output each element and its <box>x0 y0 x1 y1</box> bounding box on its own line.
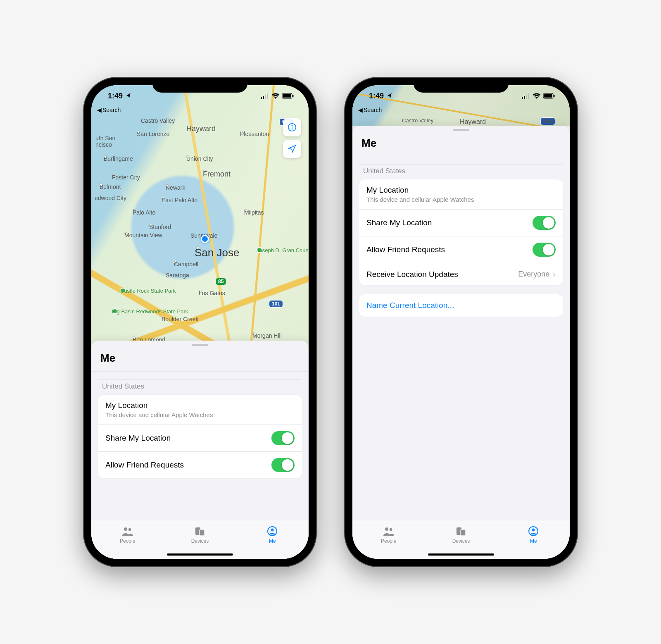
battery-icon <box>543 93 555 99</box>
tab-label: Me <box>269 538 276 544</box>
tab-label: People <box>381 538 396 544</box>
row-title: Share My Location <box>366 218 432 227</box>
phone-frame-right: Castro Valley Hayward 580 1:49 <box>345 78 577 566</box>
svg-rect-21 <box>544 94 552 98</box>
screen-right: Castro Valley Hayward 580 1:49 <box>352 85 570 559</box>
svg-rect-16 <box>522 97 523 99</box>
svg-point-23 <box>385 527 388 531</box>
sheet-title: Me <box>91 348 309 372</box>
svg-rect-22 <box>554 95 555 97</box>
row-title: My Location <box>105 401 213 410</box>
row-title: Allow Friend Requests <box>366 245 445 254</box>
svg-rect-26 <box>461 530 466 536</box>
chevron-right-icon: › <box>553 270 556 279</box>
map-controls <box>283 118 301 158</box>
svg-rect-19 <box>528 93 529 99</box>
map-city-label: Hayward <box>186 124 216 133</box>
friend-requests-toggle[interactable] <box>533 243 556 257</box>
notch <box>414 78 509 93</box>
row-title: Name Current Location... <box>366 301 454 310</box>
breadcrumb-back[interactable]: ◀ Search <box>352 107 570 116</box>
devices-icon <box>195 525 205 537</box>
map-city-label: Castro Valley <box>141 117 175 124</box>
me-icon <box>267 525 277 537</box>
chevron-left-icon: ◀ <box>358 107 363 113</box>
row-title: Receive Location Updates <box>366 270 458 279</box>
screen-left: Castro Valley Hayward San Lorenzo Pleasa… <box>91 85 309 559</box>
status-time: 1:49 <box>369 92 384 100</box>
friend-requests-toggle[interactable] <box>271 458 295 472</box>
svg-point-15 <box>271 529 274 532</box>
share-location-toggle[interactable] <box>271 431 295 445</box>
wifi-icon <box>271 93 280 99</box>
svg-rect-17 <box>524 96 525 99</box>
tab-label: Devices <box>452 538 470 544</box>
tab-people[interactable]: People <box>352 521 425 559</box>
row-name-location[interactable]: Name Current Location... <box>359 294 563 317</box>
action-card: Name Current Location... <box>359 294 563 317</box>
section-label: United States <box>359 164 563 179</box>
tab-label: People <box>120 538 135 544</box>
notch <box>152 78 247 93</box>
status-time: 1:49 <box>108 92 123 100</box>
home-indicator[interactable] <box>428 553 494 556</box>
tab-me[interactable]: Me <box>497 521 570 559</box>
row-my-location[interactable]: My Location This device and cellular App… <box>98 395 302 425</box>
row-title: My Location <box>366 186 474 195</box>
sheet-title: Me <box>352 134 570 156</box>
svg-point-11 <box>128 528 131 531</box>
row-title: Allow Friend Requests <box>105 460 184 470</box>
row-receive-updates[interactable]: Receive Location Updates Everyone › <box>359 263 563 285</box>
breadcrumb-label: Search <box>102 107 121 113</box>
svg-rect-9 <box>292 126 292 129</box>
wifi-icon <box>533 93 541 99</box>
sheet-body: United States My Location This device an… <box>352 156 570 559</box>
svg-rect-6 <box>292 95 294 97</box>
row-subtitle: This device and cellular Apple Watches <box>105 411 213 418</box>
phone-frame-left: Castro Valley Hayward San Lorenzo Pleasa… <box>84 78 316 566</box>
people-icon <box>121 525 134 537</box>
svg-rect-18 <box>526 95 527 99</box>
sheet-grabber[interactable] <box>453 129 469 131</box>
svg-rect-0 <box>261 97 262 99</box>
share-location-toggle[interactable] <box>533 216 556 230</box>
current-location-dot <box>201 235 209 243</box>
row-share-location[interactable]: Share My Location <box>359 210 563 236</box>
row-friend-requests[interactable]: Allow Friend Requests <box>98 452 302 478</box>
map-city-label: uth San ncisco <box>95 135 115 148</box>
tab-me[interactable]: Me <box>236 521 309 559</box>
map-locate-button[interactable] <box>283 140 301 158</box>
row-my-location[interactable]: My Location This device and cellular App… <box>359 179 563 210</box>
row-value: Everyone <box>518 270 549 279</box>
battery-icon <box>282 93 294 99</box>
home-indicator[interactable] <box>167 553 233 556</box>
row-title: Share My Location <box>105 434 171 443</box>
me-icon <box>528 525 538 537</box>
tab-label: Devices <box>191 538 209 544</box>
svg-rect-1 <box>263 96 264 99</box>
location-services-icon <box>125 92 133 100</box>
svg-point-10 <box>124 527 127 531</box>
cellular-signal-icon <box>261 93 269 99</box>
settings-card: My Location This device and cellular App… <box>98 395 302 478</box>
devices-icon <box>456 525 466 537</box>
breadcrumb-label: Search <box>364 107 382 113</box>
chevron-left-icon: ◀ <box>97 107 102 113</box>
me-sheet-expanded[interactable]: Me United States My Location This device… <box>352 126 570 559</box>
svg-rect-3 <box>267 93 268 99</box>
svg-rect-5 <box>283 94 291 98</box>
row-friend-requests[interactable]: Allow Friend Requests <box>359 236 563 263</box>
svg-rect-2 <box>265 95 266 99</box>
tab-people[interactable]: People <box>91 521 164 559</box>
row-share-location[interactable]: Share My Location <box>98 425 302 452</box>
sheet-grabber[interactable] <box>192 344 208 346</box>
cellular-signal-icon <box>522 93 530 99</box>
svg-point-24 <box>389 528 392 531</box>
svg-rect-13 <box>200 530 204 536</box>
map-info-button[interactable] <box>283 118 301 136</box>
svg-point-28 <box>532 529 535 532</box>
breadcrumb-back[interactable]: ◀ Search <box>91 107 309 116</box>
map-city-label: edwood City <box>95 195 126 201</box>
people-icon <box>383 525 395 537</box>
tab-label: Me <box>530 538 537 544</box>
